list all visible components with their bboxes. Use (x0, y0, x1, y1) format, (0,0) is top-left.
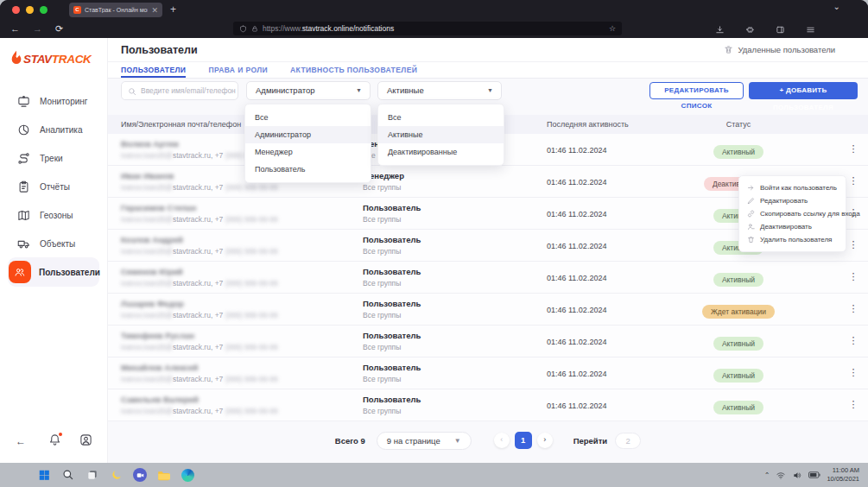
role-dropdown-panel: Все Администратор Менеджер Пользователь (244, 104, 371, 183)
role-filter-select[interactable]: Администратор▼ (246, 81, 371, 100)
user-role: Пользователь (363, 267, 421, 276)
tab-list-chevron-icon[interactable]: ⌄ (833, 2, 840, 11)
objects-truck-icon (17, 237, 30, 250)
sidebar-item-objects[interactable]: Объекты (0, 231, 108, 256)
browser-window: С СтавТрак - Онлайн мониторин ✕ + ⌄ ← → … (0, 0, 868, 463)
row-menu-button[interactable]: ⋮ (848, 303, 858, 314)
user-group: Все группы (363, 375, 401, 383)
user-group: Все группы (363, 215, 401, 224)
current-page-button[interactable]: 1 (515, 432, 532, 449)
row-menu-button[interactable]: ⋮ (848, 335, 858, 346)
menu-item-delete-user[interactable]: Удалить пользователя (739, 233, 846, 246)
row-menu-button[interactable]: ⋮ (848, 367, 858, 378)
tray-chevron-up-icon[interactable]: ⌃ (764, 471, 770, 479)
stavtrack-logo: STAVTRACK (10, 50, 92, 67)
reload-icon[interactable]: ⟳ (55, 22, 63, 35)
download-icon[interactable] (715, 22, 725, 38)
user-contact: ivanov.ivan25@stavtrack.ru, +7 (999) 999… (121, 279, 278, 288)
row-menu-button[interactable]: ⋮ (848, 239, 858, 250)
deleted-users-link[interactable]: Удаленные пользователи (724, 45, 835, 54)
battery-icon[interactable] (808, 471, 820, 479)
taskbar-search-icon[interactable] (60, 468, 75, 483)
tab-rights-roles[interactable]: ПРАВА И РОЛИ (208, 62, 268, 78)
row-menu-button[interactable]: ⋮ (848, 143, 858, 155)
shield-icon[interactable] (239, 25, 247, 33)
bookmark-star-icon[interactable]: ☆ (609, 24, 616, 33)
tab-users[interactable]: ПОЛЬЗОВАТЕЛИ (121, 62, 186, 78)
dropdown-option[interactable]: Активные (378, 126, 504, 143)
goto-page-input[interactable]: 2 (615, 433, 641, 449)
file-explorer-icon[interactable] (156, 468, 171, 483)
forward-icon[interactable]: → (33, 22, 42, 35)
user-role: Пользователь (363, 235, 421, 244)
sidebar-item-users[interactable]: Пользователи (0, 259, 108, 285)
dropdown-option[interactable]: Пользователь (245, 161, 371, 178)
last-activity: 01:46 11.02.2024 (547, 146, 606, 155)
row-menu-button[interactable]: ⋮ (848, 175, 858, 187)
edit-list-button[interactable]: РЕДАКТИРОВАТЬ СПИСОК (649, 82, 744, 99)
notifications-bell-icon[interactable] (48, 433, 61, 450)
trash-icon (747, 236, 755, 244)
user-group: Все группы (363, 407, 401, 415)
task-view-icon[interactable] (85, 468, 99, 483)
url-bar[interactable]: https://www.stavtrack.online/notificatio… (233, 22, 622, 35)
profile-icon[interactable] (79, 433, 92, 450)
menu-item-edit[interactable]: Редактировать (739, 194, 846, 207)
user-contact: ivanov.ivan25@stavtrack.ru, +7 (999) 999… (121, 215, 278, 224)
menu-item-login-as-user[interactable]: Войти как пользователь (739, 181, 846, 194)
minimize-window-button[interactable] (26, 6, 34, 14)
row-menu-button[interactable]: ⋮ (848, 271, 858, 282)
browser-tab[interactable]: С СтавТрак - Онлайн мониторин ✕ (69, 3, 162, 17)
tab-user-activity[interactable]: АКТИВНОСТЬ ПОЛЬЗОВАТЕЛЕЙ (290, 62, 417, 78)
volume-icon[interactable] (792, 471, 802, 480)
moon-app-icon[interactable] (109, 468, 124, 483)
taskbar-clock[interactable]: 11:00 AM10/05/2021 (827, 466, 859, 484)
sidebar-footer: ← (0, 433, 108, 451)
logo-flame-icon (10, 50, 23, 67)
geozones-map-icon (17, 209, 30, 222)
last-activity: 01:46 11.02.2024 (547, 178, 606, 187)
sidebar-item-tracks[interactable]: Треки (0, 145, 108, 171)
windows-start-icon[interactable] (36, 468, 51, 483)
teams-app-icon[interactable] (133, 468, 147, 482)
new-tab-button[interactable]: + (170, 3, 176, 17)
search-box (121, 81, 238, 100)
edge-browser-icon[interactable] (181, 468, 195, 483)
sidebar-item-geozones[interactable]: Геозоны (0, 202, 108, 228)
col-header-status: Статус (678, 120, 799, 129)
menu-item-deactivate[interactable]: Деактивировать (739, 220, 846, 233)
row-menu-button[interactable]: ⋮ (848, 399, 858, 410)
main-content: Пользователи Удаленные пользователи ПОЛЬ… (108, 38, 868, 463)
back-icon[interactable]: ← (10, 22, 20, 35)
dropdown-option[interactable]: Менеджер (245, 143, 371, 161)
dropdown-option[interactable]: Все (378, 109, 504, 126)
status-badge: Активный (713, 401, 763, 414)
search-input[interactable] (141, 83, 236, 98)
add-user-button[interactable]: + ДОБАВИТЬ ПОЛЬЗОВАТЕЛЯ (749, 82, 858, 99)
user-name: Козлов Андрей (121, 235, 183, 244)
menu-item-copy-login-link[interactable]: Скопировать ссылку для входа (739, 207, 846, 220)
dropdown-option[interactable]: Все (245, 109, 371, 126)
extensions-icon[interactable] (745, 22, 755, 38)
maximize-window-button[interactable] (40, 6, 48, 14)
sidebar-item-analytics[interactable]: Аналитика (0, 117, 108, 142)
sidebar-item-monitoring[interactable]: Мониторинг (0, 88, 108, 114)
sidebar-toggle-icon[interactable] (776, 22, 785, 38)
last-activity: 01:46 11.02.2024 (547, 306, 606, 314)
collapse-sidebar-icon[interactable]: ← (16, 435, 26, 447)
per-page-select[interactable]: 9 на странице▼ (377, 432, 472, 450)
taskbar: ⌃ 11:00 AM10/05/2021 (0, 463, 868, 487)
user-name: Волков Артем (121, 139, 179, 149)
user-contact: ivanov.ivan25@stavtrack.ru, +7 (999) 999… (121, 247, 278, 256)
status-filter-select[interactable]: Активные▼ (377, 81, 502, 100)
notification-dot (59, 433, 62, 436)
prev-page-button[interactable]: ‹ (494, 433, 510, 448)
dropdown-option[interactable]: Деактивированные (378, 143, 504, 161)
tab-close-icon[interactable]: ✕ (151, 6, 158, 15)
next-page-button[interactable]: › (537, 433, 553, 448)
close-window-button[interactable] (12, 6, 20, 14)
sidebar-item-reports[interactable]: Отчёты (0, 174, 108, 199)
menu-hamburger-icon[interactable] (806, 22, 815, 38)
dropdown-option[interactable]: Администратор (245, 126, 371, 143)
wifi-icon[interactable] (776, 471, 786, 480)
